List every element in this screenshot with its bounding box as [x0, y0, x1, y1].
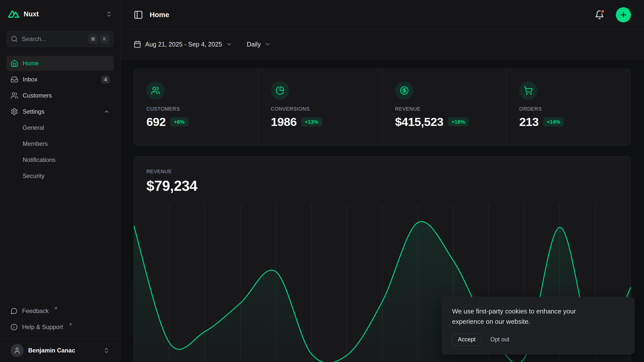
pie-chart-icon [271, 81, 289, 100]
cart-icon [519, 81, 537, 100]
sidebar-item-general[interactable]: General [7, 120, 114, 135]
sidebar-item-label: Customers [23, 92, 52, 99]
footer-link-label: Feedback [22, 307, 49, 314]
page-title: Home [150, 11, 169, 19]
workspace-name: Nuxt [24, 10, 39, 18]
avatar [11, 344, 24, 357]
search-shortcut: ⌘ K [88, 34, 109, 44]
footer-link-label: Help & Support [22, 324, 63, 331]
plus-icon [619, 11, 627, 19]
stat-label: CONVERSIONS [271, 106, 370, 112]
date-range-picker[interactable]: Aug 21, 2025 - Sep 4, 2025 [134, 40, 232, 48]
inbox-icon [11, 76, 18, 83]
stat-revenue: REVENUE $415,523 +18% [382, 69, 507, 145]
chevron-down-icon [226, 41, 232, 47]
stat-value: 1986 [271, 115, 297, 129]
stat-label: ORDERS [519, 106, 618, 112]
sidebar-item-label: Settings [23, 108, 45, 115]
stat-label: CUSTOMERS [146, 106, 246, 112]
add-button[interactable] [616, 7, 631, 22]
sidebar-item-members[interactable]: Members [7, 136, 114, 151]
stat-label: REVENUE [395, 106, 494, 112]
cookie-banner: We use first-party cookies to enhance yo… [442, 297, 634, 354]
sidebar-item-customers[interactable]: Customers [7, 88, 114, 103]
stat-delta-badge: +13% [301, 117, 322, 126]
cookie-actions: Accept Opt out [452, 333, 624, 346]
stat-conversions: CONVERSIONS 1986 +13% [258, 69, 382, 145]
chevron-down-icon [265, 41, 271, 47]
external-link-icon [68, 322, 72, 327]
kbd-k: K [100, 34, 109, 44]
stats-summary-card: CUSTOMERS 692 +6% CONVERSIONS 1986 +13% [134, 69, 631, 145]
stat-orders: ORDERS 213 +14% [506, 69, 631, 145]
date-range-value: Aug 21, 2025 - Sep 4, 2025 [145, 41, 222, 48]
chevrons-up-down-icon [103, 347, 110, 354]
sidebar-item-settings[interactable]: Settings [7, 104, 114, 119]
stat-value: 213 [519, 115, 539, 129]
revenue-card-header: REVENUE $79,234 [134, 157, 631, 194]
inbox-count-badge: 4 [101, 76, 110, 83]
help-icon [11, 324, 18, 331]
users-icon [11, 92, 18, 99]
sidebar-item-label: Home [23, 60, 39, 67]
sidebar-item-label: Notifications [23, 156, 56, 163]
cookie-message: We use first-party cookies to enhance yo… [452, 306, 603, 327]
stat-value: $415,523 [395, 115, 444, 129]
granularity-value: Daily [247, 41, 261, 48]
search-input[interactable]: Search... ⌘ K [7, 31, 114, 47]
accept-button[interactable]: Accept [452, 333, 481, 346]
filters-toolbar: Aug 21, 2025 - Sep 4, 2025 Daily [120, 30, 644, 59]
calendar-icon [134, 40, 141, 48]
top-header: Home [120, 0, 644, 30]
sidebar: Nuxt Search... ⌘ K Home Inbox 4 [0, 0, 120, 362]
sidebar-nav: Home Inbox 4 Customers Settings General [7, 56, 114, 184]
sidebar-item-security[interactable]: Security [7, 168, 114, 184]
notification-dot [600, 9, 605, 14]
revenue-value: $79,234 [146, 177, 618, 194]
workspace-selector[interactable]: Nuxt [8, 8, 112, 20]
panel-left-icon [134, 10, 143, 20]
feedback-link[interactable]: Feedback [7, 303, 114, 319]
stat-delta-badge: +14% [543, 117, 564, 126]
nuxt-logo-icon [8, 10, 19, 18]
sidebar-footer: Feedback Help & Support [7, 303, 114, 338]
stat-value: 692 [146, 115, 166, 129]
stat-delta-badge: +6% [170, 117, 188, 126]
feedback-icon [11, 307, 18, 314]
sidebar-item-label: Security [23, 172, 45, 179]
sidebar-toggle-button[interactable] [134, 10, 143, 20]
user-name: Benjamin Canac [28, 347, 99, 354]
opt-out-button[interactable]: Opt out [490, 336, 509, 343]
home-icon [11, 60, 18, 67]
chevron-up-icon [104, 109, 110, 115]
sidebar-spacer [7, 184, 114, 303]
sidebar-item-label: Inbox [23, 76, 37, 83]
users-icon [146, 81, 165, 100]
revenue-label: REVENUE [146, 169, 618, 174]
external-link-icon [54, 306, 58, 310]
stat-customers: CUSTOMERS 692 +6% [134, 69, 258, 145]
sidebar-item-notifications[interactable]: Notifications [7, 152, 114, 167]
sidebar-item-inbox[interactable]: Inbox 4 [7, 72, 114, 87]
sidebar-item-home[interactable]: Home [7, 56, 114, 71]
stat-delta-badge: +18% [448, 117, 469, 126]
sidebar-item-label: General [23, 124, 44, 131]
dollar-circle-icon [395, 81, 413, 100]
search-placeholder: Search... [22, 35, 46, 42]
user-menu[interactable]: Benjamin Canac [0, 338, 120, 362]
topbar-actions [595, 7, 631, 22]
help-support-link[interactable]: Help & Support [7, 319, 114, 335]
notifications-button[interactable] [595, 10, 604, 20]
kbd-command: ⌘ [88, 34, 98, 44]
granularity-select[interactable]: Daily [247, 41, 271, 48]
chevrons-up-down-icon [106, 11, 112, 17]
sidebar-item-label: Members [23, 140, 48, 147]
gear-icon [11, 108, 18, 115]
search-icon [11, 35, 18, 42]
